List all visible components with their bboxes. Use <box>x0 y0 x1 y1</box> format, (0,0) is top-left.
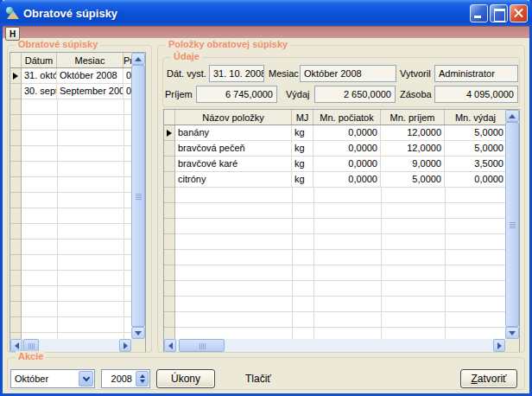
close-window-button[interactable]: Zatvoriť <box>460 369 517 388</box>
zasoba-label: Zásoba <box>400 86 432 103</box>
left-grid-header: Dátum Mesiac Príjem <box>10 53 132 68</box>
left-grid-header-datum[interactable]: Dátum <box>22 53 57 67</box>
items-grid-hscrollbar[interactable] <box>164 339 505 352</box>
left-group-title: Obratové súpisky <box>16 39 100 49</box>
cell-nazov: bravčová pečeň <box>175 141 292 156</box>
dat-vyst-label: Dát. vyst. <box>167 65 206 82</box>
zasoba-field[interactable]: 4 095,0000 <box>434 86 518 103</box>
items-grid-vscroll-thumb[interactable] <box>505 122 519 327</box>
tlacit-label[interactable]: Tlačiť <box>245 373 271 385</box>
left-grid-indicator-column <box>10 68 22 339</box>
cell-prijem: 5,0000 <box>381 172 445 187</box>
cell-vydaj: 3,5000 <box>445 156 506 171</box>
right-group-title: Položky obratovej súpisky <box>166 39 290 49</box>
window-title: Obratové súpisky <box>23 7 117 20</box>
spinner-updown-icon[interactable] <box>136 371 149 386</box>
left-grid: Dátum Mesiac Príjem 31. októb Október 20… <box>10 52 146 352</box>
items-grid-header-prijem[interactable]: Mn. príjem <box>381 110 445 125</box>
mesiac-label: Mesiac <box>269 65 299 82</box>
left-grid-vscrollbar[interactable] <box>131 53 145 339</box>
cell-pociatok: 0,0000 <box>314 156 381 171</box>
cell-mj: kg <box>292 141 314 156</box>
cell-pociatok: 0,0000 <box>314 125 381 140</box>
left-grid-vscroll-thumb[interactable] <box>131 65 145 327</box>
cell-prijem: 9,0000 <box>381 156 445 171</box>
vytvoril-label: Vytvoril <box>400 65 431 82</box>
ukony-button[interactable]: Úkony <box>156 369 215 388</box>
scroll-up-icon[interactable] <box>505 110 519 122</box>
cell-datum: 30. septe <box>22 84 57 99</box>
cell-nazov: banány <box>175 125 292 140</box>
items-grid-header-indicator <box>164 110 175 125</box>
left-grid-hscroll-thumb[interactable] <box>23 339 39 352</box>
cell-mj: kg <box>292 156 314 171</box>
year-spinner-value: 2008 <box>111 374 132 384</box>
scroll-right-icon[interactable] <box>119 339 131 352</box>
current-row-marker <box>167 130 172 137</box>
vydaj-field[interactable]: 2 650,0000 <box>314 86 396 103</box>
items-grid-header-nazov[interactable]: Názov položky <box>175 110 292 125</box>
items-grid-header-mj[interactable]: MJ <box>292 110 314 125</box>
app-window: Obratové súpisky H Obratové súpisky Dátu… <box>0 0 532 396</box>
table-row[interactable]: bravčové karé kg 0,0000 9,0000 3,5000 <box>175 156 506 172</box>
akcie-group-title: Akcie <box>16 351 46 361</box>
h-button[interactable]: H <box>5 27 20 41</box>
cell-mj: kg <box>292 172 314 187</box>
prijem-field[interactable]: 6 745,0000 <box>196 86 277 103</box>
left-grid-header-indicator <box>10 53 22 67</box>
scroll-right-icon[interactable] <box>493 339 505 352</box>
close-icon[interactable] <box>510 4 528 22</box>
year-spinner[interactable]: 2008 <box>101 369 150 388</box>
items-grid-vscrollbar[interactable] <box>505 110 519 339</box>
table-row[interactable]: 31. októb Október 2008 0 <box>22 68 132 84</box>
chevron-down-icon[interactable] <box>79 371 93 386</box>
cell-prijem: 12,0000 <box>381 125 445 140</box>
cell-vydaj: 0,0000 <box>445 172 506 187</box>
items-grid-hscroll-thumb[interactable] <box>179 339 225 352</box>
cell-nazov: bravčové karé <box>175 156 292 171</box>
cell-prijem: 12,0000 <box>381 141 445 156</box>
title-bar[interactable]: Obratové súpisky <box>0 0 532 26</box>
items-grid: Názov položky MJ Mn. počiatok Mn. príjem… <box>163 109 520 352</box>
current-row-marker <box>13 73 18 80</box>
scroll-down-icon[interactable] <box>505 327 519 339</box>
cell-nazov: citróny <box>175 172 292 187</box>
scroll-left-icon[interactable] <box>10 339 22 352</box>
month-combobox[interactable]: Október <box>10 369 95 388</box>
cell-pociatok: 0,0000 <box>314 141 381 156</box>
month-combobox-value: Október <box>15 374 48 384</box>
table-row[interactable]: citróny kg 0,0000 5,0000 0,0000 <box>175 172 506 188</box>
items-grid-header-pociatok[interactable]: Mn. počiatok <box>314 110 381 125</box>
left-grid-hscrollbar[interactable] <box>10 339 131 352</box>
toolbar-band <box>3 26 529 38</box>
vydaj-label: Výdaj <box>286 86 310 103</box>
cell-mj: kg <box>292 125 314 140</box>
scroll-left-icon[interactable] <box>164 339 176 352</box>
app-logo-icon <box>6 6 20 20</box>
left-grid-body: 31. októb Október 2008 0 30. septe Septe… <box>10 68 132 339</box>
items-grid-indicator-column <box>164 125 175 339</box>
minimize-icon[interactable] <box>470 4 488 22</box>
cell-vydaj: 5,0000 <box>445 125 506 140</box>
left-grid-header-mesiac[interactable]: Mesiac <box>57 53 124 67</box>
cell-mesiac: Október 2008 <box>57 68 124 83</box>
prijem-label: Príjem <box>165 86 193 103</box>
vytvoril-field[interactable]: Administrator <box>434 65 518 82</box>
cell-datum: 31. októb <box>22 68 57 83</box>
scroll-down-icon[interactable] <box>131 327 145 339</box>
dat-vyst-field[interactable]: 31. 10. 2008 <box>209 65 264 82</box>
items-grid-body: banány kg 0,0000 12,0000 5,0000 bravčová… <box>164 125 506 339</box>
cell-mesiac: September 2008 <box>57 84 124 99</box>
items-grid-header: Názov položky MJ Mn. počiatok Mn. príjem… <box>164 110 506 125</box>
udaje-group-title: Údaje <box>171 51 202 61</box>
table-row[interactable]: 30. septe September 2008 0 <box>22 84 132 99</box>
items-grid-header-vydaj[interactable]: Mn. výdaj <box>445 110 506 125</box>
cell-pociatok: 0,0000 <box>314 172 381 187</box>
scroll-up-icon[interactable] <box>131 53 145 65</box>
table-row[interactable]: bravčová pečeň kg 0,0000 12,0000 5,0000 <box>175 141 506 156</box>
maximize-icon[interactable] <box>490 4 508 22</box>
mesiac-field[interactable]: Október 2008 <box>300 65 396 82</box>
cell-vydaj: 5,0000 <box>445 141 506 156</box>
table-row[interactable]: banány kg 0,0000 12,0000 5,0000 <box>175 125 506 141</box>
